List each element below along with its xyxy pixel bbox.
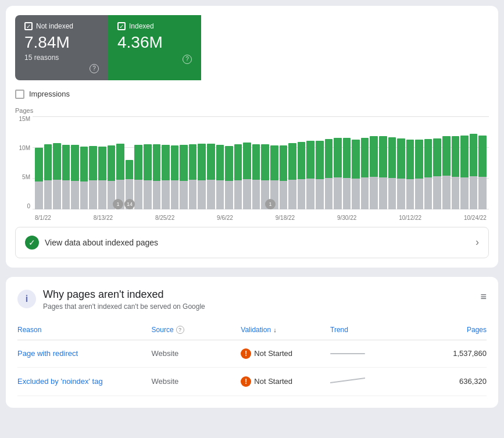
bar-group-6 [89,116,97,209]
why-header-left: i Why pages aren't indexed Pages that ar… [17,289,205,311]
not-indexed-help-icon[interactable]: ? [90,64,99,73]
bar-group-49 [478,116,487,209]
bar-gray-30 [306,179,314,209]
bar-group-42 [415,116,423,209]
bar-group-31 [316,116,324,209]
bar-green-46 [452,136,460,177]
view-data-left: ✓ View data about indexed pages [25,236,158,250]
indexed-label: Indexed [129,22,154,30]
bar-gray-33 [334,177,342,209]
y-label-0: 0 [27,204,30,209]
bar-green-49 [478,136,487,177]
bar-gray-32 [325,178,333,209]
bar-gray-44 [433,176,441,209]
info-icon: i [17,290,36,308]
bar-group-38 [379,116,387,209]
col-header-pages[interactable]: Pages [420,326,487,334]
cell-trend-0 [330,353,420,354]
x-label-5: 9/30/22 [337,215,356,221]
not-indexed-sub: 15 reasons [24,54,99,62]
bar-green-41 [406,140,414,179]
bar-gray-1 [44,180,52,209]
bar-group-27 [280,116,288,209]
x-label-0: 8/1/22 [35,215,51,221]
trend-line-0 [330,353,365,354]
bar-gray-48 [470,176,478,209]
bar-group-48 [470,116,478,209]
indexed-help-icon[interactable]: ? [183,55,192,64]
marker-14[interactable]: 14 [124,199,135,209]
bar-green-30 [306,141,314,179]
bar-gray-23 [243,179,251,209]
bar-group-43 [424,116,432,209]
bar-group-34 [343,116,351,209]
bar-green-36 [361,138,369,177]
y-axis-labels: 15M 10M 5M 0 [15,116,33,209]
x-label-2: 8/25/22 [155,215,174,221]
marker-1b[interactable]: 1 [265,199,276,209]
col-header-trend[interactable]: Trend [330,326,420,334]
bar-green-3 [62,145,70,180]
bar-green-20 [216,145,224,180]
not-started-badge-0: ! Not Started [241,348,292,359]
bar-green-12 [144,144,152,180]
cell-pages-1: 636,320 [420,377,487,386]
cell-reason-0[interactable]: Page with redirect [17,349,152,358]
indexed-checkbox[interactable] [117,22,126,30]
chart-container: 15M 10M 5M 0 1 14 1 8/ [15,116,489,221]
bar-group-37 [370,116,378,209]
table-row[interactable]: Excluded by 'noindex' tag Website ! Not … [17,368,487,396]
bar-gray-40 [397,179,405,209]
bar-green-34 [343,138,351,178]
bar-group-46 [452,116,460,209]
bar-gray-3 [62,180,70,209]
bar-green-37 [370,136,378,177]
bar-gray-21 [225,181,233,209]
not-started-text-0: Not Started [254,349,292,358]
bar-green-11 [134,145,142,180]
cell-validation-1: ! Not Started [241,376,330,387]
filter-icon[interactable]: ≡ [480,291,487,303]
table-row[interactable]: Page with redirect Website ! Not Started… [17,340,487,368]
source-help-icon[interactable]: ? [176,326,184,334]
bar-group-9 [116,116,124,209]
col-header-reason[interactable]: Reason [17,326,152,334]
bar-green-47 [460,136,469,177]
marker-1[interactable]: 1 [113,199,123,209]
col-header-validation[interactable]: Validation ↓ [241,326,330,334]
not-started-text-1: Not Started [254,377,292,386]
cell-reason-1[interactable]: Excluded by 'noindex' tag [17,377,152,386]
not-indexed-checkbox[interactable] [24,22,33,30]
bar-green-43 [424,139,432,177]
bar-gray-12 [144,180,152,209]
view-data-link[interactable]: ✓ View data about indexed pages › [15,227,489,258]
bar-green-19 [207,144,215,180]
bar-green-13 [153,144,161,181]
bar-green-15 [171,145,179,180]
bar-group-44 [433,116,441,209]
bar-group-2 [53,116,61,209]
bar-gray-2 [53,180,61,209]
bar-green-32 [325,139,333,178]
bar-gray-11 [134,180,142,209]
bar-group-32 [325,116,333,209]
bar-green-33 [334,138,342,177]
x-label-1: 8/13/22 [94,215,113,221]
bar-gray-28 [288,180,296,209]
why-section: i Why pages aren't indexed Pages that ar… [6,277,498,408]
x-label-3: 9/6/22 [217,215,233,221]
bar-gray-20 [216,180,224,209]
not-indexed-label: Not indexed [36,22,73,30]
indexed-value: 4.36M [117,33,192,52]
chart-area: Pages 15M 10M 5M 0 1 14 [15,107,489,221]
bar-gray-17 [189,180,197,209]
bar-gray-37 [370,177,378,209]
bar-gray-4 [71,181,79,209]
cell-source-0: Website [152,349,241,358]
x-label-6: 10/12/22 [399,215,421,221]
why-title: Why pages aren't indexed [43,289,205,301]
bar-green-26 [270,145,278,180]
bar-group-14 [162,116,170,209]
bar-green-4 [71,145,79,181]
impressions-checkbox[interactable] [15,90,24,99]
